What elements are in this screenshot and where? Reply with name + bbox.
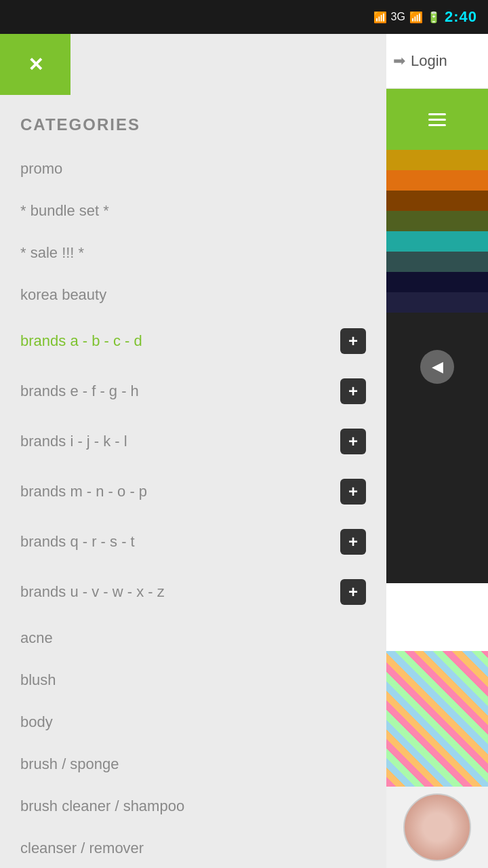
- svg-rect-7: [386, 292, 488, 313]
- play-button[interactable]: ◀: [420, 350, 454, 384]
- menu-item-label: brands a - b - c - d: [20, 332, 142, 350]
- love-background: [386, 651, 488, 787]
- categories-label: CATEGORIES: [0, 95, 386, 148]
- menu-item-label: blush: [20, 671, 56, 689]
- menu-item-acne[interactable]: acne: [0, 617, 386, 659]
- battery-icon: 🔋: [427, 11, 441, 24]
- signal-icon: 📶: [409, 11, 423, 24]
- hamburger-menu-button[interactable]: [386, 89, 488, 150]
- menu-item-label: brands i - j - k - l: [20, 433, 127, 450]
- menu-item-brush-cleaner[interactable]: brush cleaner / shampoo: [0, 785, 386, 827]
- svg-rect-4: [386, 231, 488, 252]
- menu-item-brands-qrst[interactable]: brands q - r - s - t +: [0, 517, 386, 567]
- love-pattern-image: [386, 651, 488, 787]
- sidebar: ✕ CATEGORIES promo * bundle set * * sale…: [0, 34, 386, 868]
- svg-rect-1: [386, 170, 488, 191]
- svg-rect-5: [386, 252, 488, 272]
- menu-item-brands-abcd[interactable]: brands a - b - c - d +: [0, 316, 386, 366]
- menu-item-label: korea beauty: [20, 286, 106, 304]
- svg-rect-2: [386, 191, 488, 211]
- menu-item-label: brands e - f - g - h: [20, 382, 139, 400]
- svg-rect-3: [386, 211, 488, 231]
- menu-item-label: body: [20, 713, 53, 731]
- menu-item-label: brush cleaner / shampoo: [20, 797, 184, 815]
- svg-rect-0: [386, 150, 488, 170]
- menu-item-sale[interactable]: * sale !!! *: [0, 232, 386, 274]
- status-icons: 📶 3G 📶 🔋 2:40: [373, 8, 477, 26]
- menu-item-brands-uvwxz[interactable]: brands u - v - w - x - z +: [0, 567, 386, 617]
- wifi-icon: 📶: [373, 11, 387, 24]
- menu-item-label: * sale !!! *: [20, 244, 84, 262]
- right-content-area: [386, 583, 488, 651]
- menu-item-brands-efgh[interactable]: brands e - f - g - h +: [0, 366, 386, 416]
- expand-icon-mnop[interactable]: +: [340, 479, 366, 505]
- network-label: 3G: [391, 11, 405, 23]
- hamburger-line: [428, 119, 446, 121]
- menu-item-label: brands u - v - w - x - z: [20, 583, 165, 601]
- expand-icon-efgh[interactable]: +: [340, 378, 366, 404]
- svg-rect-6: [386, 272, 488, 292]
- login-area[interactable]: ➡ Login: [386, 34, 488, 88]
- swatches-background: [386, 150, 488, 313]
- menu-item-label: promo: [20, 160, 62, 178]
- menu-item-cleanser[interactable]: cleanser / remover: [0, 827, 386, 868]
- hamburger-line: [428, 124, 446, 126]
- expand-icon-uvwxz[interactable]: +: [340, 579, 366, 605]
- status-time: 2:40: [445, 8, 477, 26]
- login-text: Login: [411, 52, 447, 70]
- main-layout: ✕ CATEGORIES promo * bundle set * * sale…: [0, 34, 488, 868]
- menu-item-brands-mnop[interactable]: brands m - n - o - p +: [0, 467, 386, 517]
- status-bar: 📶 3G 📶 🔋 2:40: [0, 0, 488, 34]
- menu-item-label: cleanser / remover: [20, 840, 144, 857]
- menu-item-bundle-set[interactable]: * bundle set *: [0, 190, 386, 232]
- swatches-image: ◀: [386, 150, 488, 583]
- expand-icon-ijkl[interactable]: +: [340, 429, 366, 454]
- close-icon: ✕: [28, 54, 43, 76]
- login-icon: ➡: [393, 52, 405, 70]
- menu-item-korea-beauty[interactable]: korea beauty: [0, 274, 386, 316]
- expand-icon-abcd[interactable]: +: [340, 328, 366, 354]
- right-panel: ➡ Login: [386, 34, 488, 868]
- menu-item-body[interactable]: body: [0, 701, 386, 743]
- menu-item-label: acne: [20, 629, 53, 647]
- close-button[interactable]: ✕: [0, 34, 70, 95]
- powder-compact: [403, 793, 471, 861]
- hamburger-icon: [428, 113, 446, 126]
- menu-items: promo * bundle set * * sale !!! * korea …: [0, 148, 386, 868]
- menu-item-blush[interactable]: blush: [0, 659, 386, 701]
- powder-product-image: [386, 787, 488, 868]
- expand-icon-qrst[interactable]: +: [340, 529, 366, 555]
- menu-item-brush-sponge[interactable]: brush / sponge: [0, 743, 386, 785]
- menu-item-label: brush / sponge: [20, 755, 119, 773]
- menu-item-label: * bundle set *: [20, 202, 109, 220]
- menu-item-promo[interactable]: promo: [0, 148, 386, 190]
- hamburger-line: [428, 113, 446, 115]
- sidebar-header: ✕: [0, 34, 386, 95]
- menu-item-label: brands q - r - s - t: [20, 533, 135, 551]
- menu-item-brands-ijkl[interactable]: brands i - j - k - l +: [0, 416, 386, 467]
- menu-item-label: brands m - n - o - p: [20, 483, 147, 500]
